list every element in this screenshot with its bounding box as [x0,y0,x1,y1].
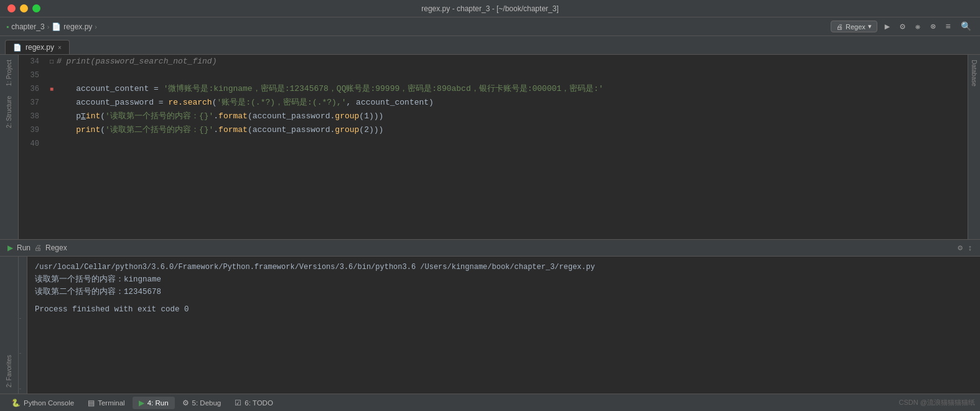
breadcrumb-sep2: › [95,23,97,31]
line-num-35: 35 [19,68,47,82]
breadcrumb-chapter[interactable]: chapter_3 [11,22,44,31]
run-icon: ▶ [7,243,13,252]
profile-icon[interactable]: ⊗ [928,20,938,33]
minimize-button[interactable] [20,4,28,12]
code-area: 34 □ # print(password_search_not_find) 3… [19,55,968,239]
sidebar-item-structure[interactable]: 2: Structure [6,91,12,133]
line-num-38: 38 [19,110,47,123]
run-tab-label: 4: Run [147,399,169,407]
sidebar-item-project[interactable]: 1: Project [6,55,12,91]
terminal-icon: ▤ [88,399,95,407]
maximize-button[interactable] [32,4,40,12]
sidebar-item-database[interactable]: Database [971,55,978,92]
line-content-37: account_password = re.search('账号是:(.*?)，… [57,96,434,110]
file-icon: 📄 [52,22,61,31]
regex-icon: 🖨 [836,23,843,31]
todo-icon: ☑ [235,399,241,407]
sidebar-item-favorites[interactable]: 2: Favorites [6,355,12,387]
terminal-label: Terminal [98,399,124,407]
menu-icon[interactable]: ≡ [943,21,953,33]
line-num-39: 39 [19,123,47,137]
todo-label: 6: TODO [245,399,273,407]
code-line-39: 39 print('读取第二个括号的内容：{}'.format(account_… [19,123,968,137]
close-button[interactable] [7,4,16,12]
breadcrumb-file[interactable]: regex.py [63,22,92,31]
run-panel-tools: ⚙ ↕ [958,243,973,253]
tab-run[interactable]: ▶ 4: Run [133,397,175,409]
main-area: 1: Project 2: Structure 34 □ # print(pas… [0,55,980,239]
regex-dropdown-icon: ▾ [868,22,872,31]
run-settings-icon[interactable]: ⚙ [958,243,963,253]
tab-debug[interactable]: ⚙ 5: Debug [176,397,228,409]
tab-terminal[interactable]: ▤ Terminal [82,397,131,409]
line-content-34: # print(password_search_not_find) [57,55,217,68]
python-console-icon: 🐍 [11,399,21,407]
traffic-lights [7,4,40,12]
run-panel: ▶ ↑ ■ ↓ ⏸ ↺ 📌 📋 ⚡ 🗑 /usr/local/Cellar/py… [0,257,980,394]
tab-todo[interactable]: ☑ 6: TODO [228,397,279,409]
code-editor: 34 □ # print(password_search_not_find) 3… [19,55,968,239]
tab-regex-py[interactable]: 📄 regex.py × [5,40,70,54]
left-sidebar: 1: Project 2: Structure [0,55,19,239]
tab-python-console[interactable]: 🐍 Python Console [5,397,80,409]
run-panel-header: ▶ Run 🖨 Regex ⚙ ↕ [0,239,980,257]
run-output: /usr/local/Cellar/python3/3.6.0/Framewor… [27,257,980,394]
run-panel-title: ▶ Run 🖨 Regex [7,243,67,252]
run-process-line: Process finished with exit code 0 [35,303,973,316]
favorites-sidebar: 2: Favorites [0,257,19,394]
code-line-34: 34 □ # print(password_search_not_find) [19,55,968,68]
debug-icon: ⚙ [182,399,189,407]
python-console-label: Python Console [24,399,74,407]
line-num-34: 34 [19,55,47,68]
run-panel-subtitle-icon: 🖨 [34,243,42,252]
play-icon[interactable]: ▶ [882,20,892,33]
search-icon[interactable]: 🔍 [958,20,974,33]
tab-close-icon[interactable]: × [58,44,62,51]
tab-label: regex.py [26,43,54,52]
run-tab-icon: ▶ [139,399,144,407]
tab-file-icon: 📄 [13,44,22,52]
breadcrumb-sep1: › [47,23,50,31]
regex-run-button[interactable]: 🖨 Regex ▾ [831,21,877,32]
run-layout-icon[interactable]: ↕ [968,243,973,253]
code-line-40: 40 [19,137,968,151]
line-num-37: 37 [19,96,47,110]
window-title: regex.py - chapter_3 - [~/book/chapter_3… [421,4,558,13]
bottom-tabs: 🐍 Python Console ▤ Terminal ▶ 4: Run ⚙ 5… [0,394,980,411]
code-line-35: 35 [19,68,968,82]
folder-icon: ▪ [6,22,9,31]
code-line-36: 36 ■ account_content = '微博账号是:kingname，密… [19,82,968,96]
run-output-line-1: 读取第一个括号的内容：kingname [35,273,973,286]
line-num-40: 40 [19,137,47,151]
coverage-icon[interactable]: ❋ [913,20,923,33]
breadcrumb-bar: ▪ chapter_3 › 📄 regex.py › 🖨 Regex ▾ ▶ ⚙… [0,17,980,36]
settings-icon[interactable]: ⚙ [897,20,907,33]
line-content-39: print('读取第二个括号的内容：{}'.format(account_pas… [57,123,383,137]
line-num-36: 36 [19,82,47,96]
run-output-line-2: 读取第二个括号的内容：12345678 [35,286,973,298]
tab-bar: 📄 regex.py × [0,36,980,55]
run-label: Run [17,243,30,252]
bottom-tab-list: 🐍 Python Console ▤ Terminal ▶ 4: Run ⚙ 5… [5,397,279,409]
run-panel-subtitle: Regex [45,243,67,252]
regex-label: Regex [846,23,866,31]
breadcrumb: ▪ chapter_3 › 📄 regex.py › [6,22,97,31]
title-bar: regex.py - chapter_3 - [~/book/chapter_3… [0,0,980,17]
gutter-34: □ [47,55,57,69]
watermark: CSDN @流浪猫猫猫猫纸 [899,398,975,407]
gutter-36: ■ [47,83,57,97]
run-path-line: /usr/local/Cellar/python3/3.6.0/Framewor… [35,262,973,273]
debug-label: 5: Debug [192,399,222,407]
right-sidebar: Database [968,55,980,239]
line-content-38: p⌶int('读取第一个括号的内容：{}'.format(account_pas… [57,110,383,123]
code-line-37: 37 account_password = re.search('账号是:(.*… [19,96,968,110]
code-line-38: 38 p⌶int('读取第一个括号的内容：{}'.format(account_… [19,110,968,123]
line-content-36: account_content = '微博账号是:kingname，密码是:12… [57,82,604,96]
breadcrumb-toolbar: 🖨 Regex ▾ ▶ ⚙ ❋ ⊗ ≡ 🔍 [831,20,974,33]
